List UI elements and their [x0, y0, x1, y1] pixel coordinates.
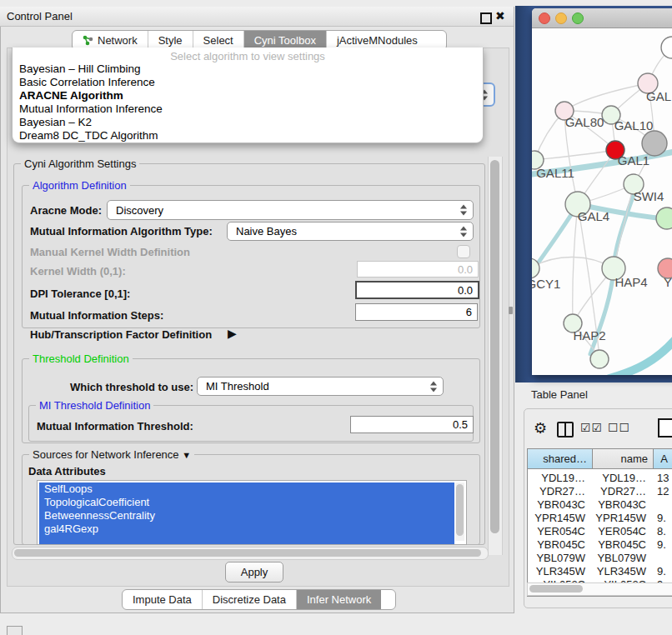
table-row[interactable]: YLR345WYLR345W9. [527, 565, 672, 578]
tab-network-label: Network [98, 34, 138, 47]
screen: { "window": {"title": "Control Panel", "… [0, 0, 672, 635]
data-attributes-label: Data Attributes [28, 465, 106, 478]
tab-impute-data[interactable]: Impute Data [123, 590, 203, 609]
expand-right-icon[interactable]: ▶ [228, 327, 237, 340]
cell: YBR045C [592, 538, 653, 552]
select-all-columns-icon[interactable]: ☑☑ [580, 421, 603, 434]
deselect-all-columns-icon[interactable]: ☐☐ [608, 421, 630, 434]
tab-infer-network[interactable]: Infer Network [297, 590, 381, 609]
dropdown-placeholder: Select algorithm to view settings [13, 48, 483, 62]
table-row[interactable]: YBR043CYBR043C [527, 498, 672, 512]
control-panel-titlebar[interactable] [0, 7, 514, 27]
table-row[interactable]: YPR145WYPR145W9. [527, 512, 672, 525]
node[interactable] [661, 37, 672, 58]
threshold-definition-title: Threshold Definition [29, 352, 133, 365]
node-label: GAL11 [536, 166, 574, 180]
bottom-left-grip-icon[interactable] [7, 626, 23, 635]
attribute-item[interactable]: BetweennessCentrality [39, 509, 454, 522]
sources-group-title[interactable]: Sources for Network Inference ▼ [29, 448, 194, 461]
expand-down-icon: ▼ [182, 450, 191, 460]
cell: YDR27… [592, 485, 653, 498]
network-icon [83, 35, 93, 46]
new-file-icon[interactable] [658, 418, 672, 438]
close-icon[interactable]: ✖ [495, 9, 505, 22]
attributes-scrollbar-thumb[interactable] [456, 484, 464, 536]
mi-threshold-field[interactable]: 0.5 [350, 416, 474, 433]
close-traffic-light-icon[interactable] [539, 12, 550, 24]
settings-vertical-scrollbar-thumb[interactable] [490, 160, 499, 533]
attribute-item[interactable]: TopologicalCoefficient [39, 496, 454, 509]
minimize-traffic-light-icon[interactable] [555, 12, 567, 24]
control-panel-title: Control Panel [7, 10, 73, 22]
network-window-titlebar[interactable] [532, 8, 672, 28]
attributes-scrollbar[interactable] [455, 482, 464, 541]
which-threshold-value: MI Threshold [206, 380, 269, 392]
cell: YBL079W [527, 552, 592, 565]
attribute-item[interactable]: SelfLoops [39, 482, 454, 496]
manual-kernel-checkbox[interactable] [457, 245, 470, 258]
mi-steps-field[interactable]: 6 [355, 303, 478, 321]
column-header-name[interactable]: name [592, 448, 654, 469]
kernel-width-label: Kernel Width (0,1): [30, 265, 126, 278]
cell [653, 552, 672, 565]
table-row[interactable]: YER054CYER054C8. [527, 525, 672, 538]
cell: YBR043C [527, 498, 592, 512]
cell: YPR145W [592, 512, 653, 525]
settings-vertical-scrollbar[interactable] [488, 157, 503, 555]
mi-type-value: Naive Bayes [236, 225, 297, 238]
apply-button[interactable]: Apply [225, 562, 283, 582]
dropdown-option[interactable]: Bayesian – K2 [13, 116, 483, 129]
dropdown-option[interactable]: Dream8 DC_TDC Algorithm [13, 129, 483, 142]
dropdown-option-selected[interactable]: ARACNE Algorithm [13, 89, 483, 102]
node-label: GAL10 [614, 118, 654, 132]
node-label: HAP4 [614, 275, 647, 289]
attribute-item[interactable]: gal4RGexp [39, 522, 454, 536]
dropdown-option[interactable]: Bayesian – Hill Climbing [13, 62, 483, 76]
mi-type-combo[interactable]: Naive Bayes [227, 222, 474, 241]
mi-threshold-group-title: MI Threshold Definition [36, 399, 153, 412]
table-row[interactable]: YDR27…YDR27…12 [527, 485, 672, 498]
cell: YDL19… [592, 472, 653, 485]
settings-group-title: Cyni Algorithm Settings [21, 158, 139, 170]
node[interactable] [656, 208, 672, 229]
zoom-traffic-light-icon[interactable] [572, 12, 584, 24]
cell: YER054C [592, 525, 653, 538]
float-window-icon[interactable] [480, 12, 492, 24]
node-label: GAL1 [618, 153, 649, 168]
node-label: HAP2 [573, 328, 605, 342]
manual-kernel-label: Manual Kernel Width Definition [30, 246, 190, 258]
panel-splitter-handle[interactable] [509, 307, 513, 314]
table-horizontal-scrollbar-thumb[interactable] [529, 585, 583, 592]
table-horizontal-scrollbar[interactable] [527, 582, 672, 596]
attribute-item-partial[interactable] [39, 536, 454, 545]
cell: 9. [653, 538, 672, 552]
hub-definition-label[interactable]: Hub/Transcription Factor Definition [30, 328, 212, 341]
dpi-tolerance-label: DPI Tolerance [0,1]: [30, 288, 130, 300]
column-header-partial[interactable]: A [653, 448, 672, 469]
gear-icon[interactable]: ⚙ [534, 419, 547, 438]
dpi-tolerance-field[interactable]: 0.0 [355, 281, 479, 299]
kernel-width-value: 0.0 [458, 263, 473, 276]
settings-horizontal-scrollbar-thumb[interactable] [14, 549, 481, 557]
network-canvas[interactable]: GAL GAL80 GAL10 GAL1 GAL11 SWI4 GAL4 GCY… [532, 28, 672, 375]
table-row[interactable]: YDL19…YDL19…13 [527, 472, 672, 485]
dropdown-option[interactable]: Mutual Information Inference [13, 102, 483, 116]
node-gray[interactable] [642, 131, 667, 156]
aracne-mode-combo[interactable]: Discovery [107, 200, 474, 220]
table-row[interactable]: YBR045CYBR045C9. [527, 538, 672, 552]
cell: 9. [653, 512, 672, 525]
cell: YBL079W [592, 552, 653, 565]
combo-stepper-icon [460, 205, 468, 216]
tab-discretize-data[interactable]: Discretize Data [203, 590, 297, 609]
dropdown-option[interactable]: Basic Correlation Inference [13, 76, 483, 89]
node[interactable] [590, 350, 609, 368]
aracne-mode-label: Aracne Mode: [30, 204, 102, 217]
split-pane-icon[interactable] [557, 422, 574, 438]
which-threshold-combo[interactable]: MI Threshold [197, 377, 444, 396]
settings-horizontal-scrollbar[interactable] [12, 547, 489, 560]
table-row[interactable]: YBL079WYBL079W [527, 552, 672, 565]
column-header-shared-name[interactable]: shared… [527, 448, 593, 469]
mi-steps-value: 6 [466, 306, 472, 318]
network-graph: GAL GAL80 GAL10 GAL1 GAL11 SWI4 GAL4 GCY… [532, 28, 672, 375]
kernel-width-field[interactable]: 0.0 [357, 261, 479, 278]
